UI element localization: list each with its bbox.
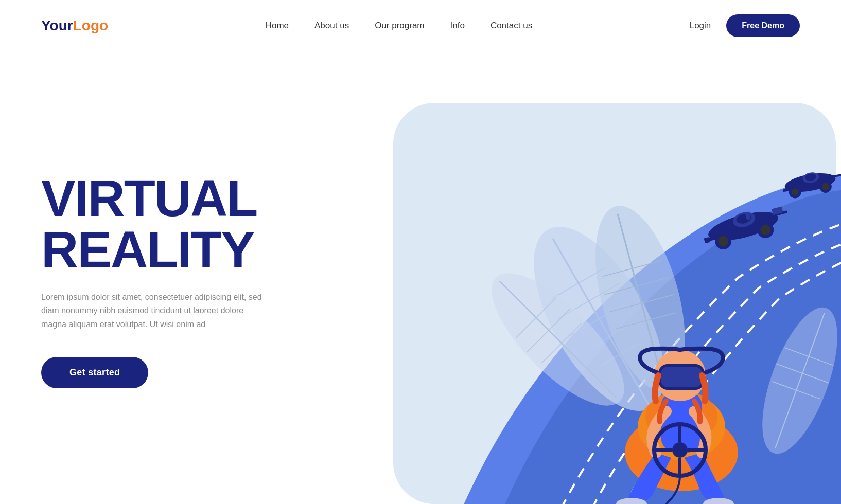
login-button[interactable]: Login (690, 21, 711, 31)
hero-left: VIRTUAL REALITY Lorem ipsum dolor sit am… (41, 172, 309, 388)
free-demo-button[interactable]: Free Demo (726, 14, 800, 37)
nav-info[interactable]: Info (450, 21, 465, 31)
header-actions: Login Free Demo (690, 14, 800, 37)
logo-logo-text: Logo (73, 17, 108, 33)
main-content: VIRTUAL REALITY Lorem ipsum dolor sit am… (0, 51, 841, 499)
header: YourLogo Home About us Our program Info … (0, 0, 841, 51)
main-nav: Home About us Our program Info Contact u… (266, 21, 532, 31)
logo-your-text: Your (41, 17, 73, 33)
svg-point-52 (672, 442, 688, 458)
svg-rect-59 (661, 367, 702, 387)
nav-our-program[interactable]: Our program (375, 21, 424, 31)
hero-title: VIRTUAL REALITY (41, 172, 309, 275)
hero-title-line1: VIRTUAL (41, 169, 257, 227)
nav-home[interactable]: Home (266, 21, 289, 31)
get-started-button[interactable]: Get started (41, 357, 148, 388)
nav-contact-us[interactable]: Contact us (490, 21, 532, 31)
hero-description: Lorem ipsum dolor sit amet, consectetuer… (41, 291, 262, 331)
vr-illustration-svg (352, 82, 841, 504)
logo: YourLogo (41, 17, 108, 34)
nav-about-us[interactable]: About us (314, 21, 349, 31)
hero-title-line2: REALITY (41, 221, 254, 278)
hero-illustration (352, 82, 841, 504)
